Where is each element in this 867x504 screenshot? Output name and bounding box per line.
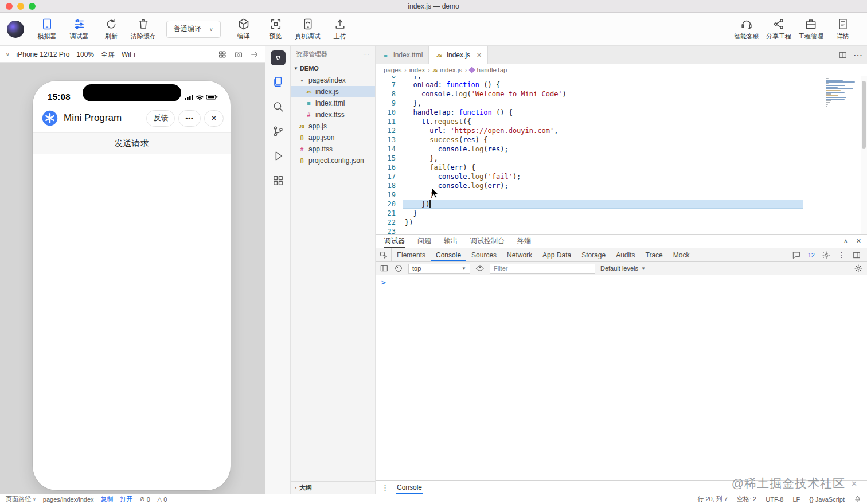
code-line-19[interactable]: }, [403,190,867,200]
toolbar-details-button[interactable]: 详情 [827,18,859,41]
explorer-more-icon[interactable]: ⋯ [363,50,370,58]
toolbar-share-button[interactable]: 分享工程 [763,18,795,41]
code-line-7[interactable]: onLoad: function () { [403,80,867,89]
code-line-14[interactable]: console.log(res); [403,144,867,154]
console-sidebar-toggle-icon[interactable] [380,264,389,273]
file-item-app-ttss[interactable]: #app.ttss [291,143,375,155]
detach-arrow-icon[interactable] [250,50,259,59]
toolbar-sim-button[interactable]: 模拟器 [31,18,63,41]
devtools-more-icon[interactable]: ⋮ [838,251,845,259]
devtools-tab-trace[interactable]: Trace [641,248,668,261]
file-item-app-js[interactable]: JSapp.js [291,120,375,132]
chevron-down-icon[interactable]: ∨ [6,52,10,57]
watermark-close-icon[interactable]: ✕ [851,479,858,488]
breadcrumb-index-js[interactable]: JSindex.js [433,67,463,73]
devtools-tab-audits[interactable]: Audits [611,248,640,261]
maximize-window-button[interactable] [29,3,36,10]
activitybar-extensions-button[interactable] [270,173,286,189]
close-tab-icon[interactable]: ✕ [477,52,482,59]
scrollbar-thumb[interactable] [862,81,866,149]
toolbar-refresh-button[interactable]: 刷新 [95,18,127,41]
warning-count[interactable]: △ 0 [157,495,167,503]
code-line-20[interactable]: }) [403,200,803,209]
editor-more-icon[interactable]: ⋯ [853,50,862,61]
clear-console-icon[interactable] [394,264,403,273]
encoding-setting[interactable]: UTF-8 [766,496,783,503]
console-settings-icon[interactable] [854,264,863,273]
capsule-close-button[interactable]: ✕ [204,110,224,127]
code-line-13[interactable]: success(res) { [403,135,867,144]
panel-tab-调试器[interactable]: 调试器 [384,235,405,248]
activitybar-search-button[interactable] [270,99,286,115]
devtools-tab-sources[interactable]: Sources [466,248,502,261]
breadcrumb-pages[interactable]: pages [384,67,401,73]
eol-setting[interactable]: LF [792,496,800,503]
breadcrumb-handleTap[interactable]: handleTap [470,67,507,73]
panel-tab-输出[interactable]: 输出 [444,235,458,248]
drawer-console-tab[interactable]: Console [396,481,423,494]
send-request-button[interactable]: 发送请求 [33,132,231,154]
toolbar-upload-button[interactable]: 上传 [324,18,356,41]
code-line-6[interactable]: }, [403,76,867,80]
language-mode[interactable]: {} JavaScript [809,496,845,503]
code-editor[interactable]: 67891011121314151617181920212223 }, onLo… [376,76,867,234]
gear-icon[interactable] [822,251,831,260]
project-root-item[interactable]: ▼ DEMO [291,62,375,75]
code-line-18[interactable]: console.log(err); [403,181,867,190]
code-line-12[interactable]: url: 'https://open.douyin.com', [403,126,867,135]
panel-close-icon[interactable]: ✕ [856,237,861,245]
code-line-9[interactable]: }, [403,99,867,108]
drawer-more-icon[interactable]: ⋮ [381,483,389,492]
code-line-17[interactable]: console.log('fail'); [403,172,867,181]
close-window-button[interactable] [6,3,13,10]
console-filter-input[interactable] [490,264,595,274]
panel-tab-调试控制台[interactable]: 调试控制台 [470,235,505,248]
code-line-11[interactable]: tt.request({ [403,117,867,126]
capsule-more-button[interactable]: ••• [178,110,201,127]
avatar[interactable] [7,21,24,38]
panel-tab-问题[interactable]: 问题 [417,235,431,248]
minimize-window-button[interactable] [17,3,24,10]
devtools-tab-app-data[interactable]: App Data [537,248,576,261]
screenshot-icon[interactable] [234,50,243,59]
breadcrumb-index[interactable]: index [409,67,425,73]
cursor-position[interactable]: 行 20, 列 7 [697,495,728,503]
error-count[interactable]: ⊘ 0 [140,495,150,503]
network-selector[interactable]: WiFi [122,50,135,58]
fullscreen-button[interactable]: 全屏 [101,50,115,60]
editor-tab-index-js[interactable]: JSindex.js✕ [429,46,488,64]
console-context-selector[interactable]: top ▼ [408,264,470,274]
open-path-button[interactable]: 打开 [120,495,133,503]
compile-mode-dropdown[interactable]: 普通编译∨ [166,21,221,38]
file-item-index-js[interactable]: JSindex.js [291,86,375,97]
device-selector[interactable]: iPhone 12/12 Pro [17,50,70,58]
code-lines[interactable]: }, onLoad: function () { console.log('We… [403,76,867,234]
code-line-8[interactable]: console.log('Welcome to Mini Code') [403,89,867,99]
code-line-16[interactable]: fail(err) { [403,163,867,172]
minimap[interactable] [826,78,858,109]
layout-grid-icon[interactable] [218,50,227,59]
devtools-tab-storage[interactable]: Storage [576,248,611,261]
devtools-tab-elements[interactable]: Elements [392,248,431,261]
split-editor-icon[interactable] [838,50,848,60]
toolbar-project-button[interactable]: 工程管理 [795,18,827,41]
indentation-setting[interactable]: 空格: 2 [737,495,756,503]
activitybar-explorer-button[interactable] [270,74,286,90]
file-item-pages-index[interactable]: ▼pages/index [291,75,375,86]
code-line-23[interactable] [403,227,867,234]
activitybar-source-control-button[interactable] [270,123,286,139]
editor-tab-index-ttml[interactable]: ≡index.ttml [376,46,429,64]
devtools-tab-console[interactable]: Console [431,248,466,261]
dock-side-icon[interactable] [852,251,861,260]
code-line-22[interactable]: }) [403,218,867,227]
devtools-tab-mock[interactable]: Mock [668,248,695,261]
toolbar-support-button[interactable]: 智能客服 [731,18,763,41]
zoom-selector[interactable]: 100% [76,50,94,58]
devtools-tab-network[interactable]: Network [502,248,537,261]
file-item-index-ttss[interactable]: #index.ttss [291,109,375,120]
page-path-selector[interactable]: 页面路径 ∨ [6,495,36,503]
bell-icon[interactable] [854,495,861,503]
code-line-15[interactable]: }, [403,154,867,163]
toolbar-preview-button[interactable]: 预览 [260,18,292,41]
panel-collapse-icon[interactable]: ∧ [843,237,848,245]
